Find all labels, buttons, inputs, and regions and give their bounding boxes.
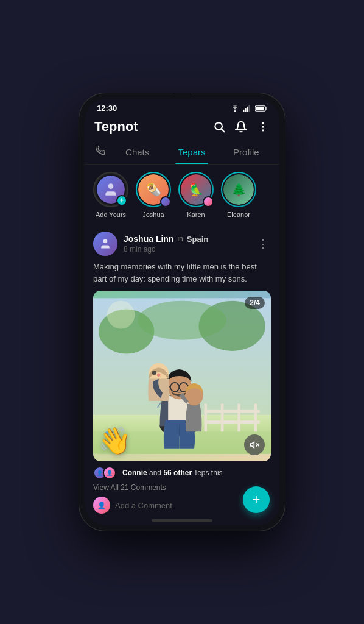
phone-screen: 12:30 xyxy=(85,99,279,525)
svg-point-35 xyxy=(157,373,160,376)
karen-label: Karen xyxy=(187,211,205,218)
header-icons xyxy=(212,120,270,133)
post-image: 2/4 xyxy=(93,291,271,461)
eleanor-ring[interactable]: 🌲 xyxy=(221,172,256,207)
svg-point-10 xyxy=(262,126,264,127)
add-story-button[interactable]: + xyxy=(116,195,127,206)
stories-row: + Add Yours 🌯 Joshua xyxy=(85,165,279,225)
svg-rect-23 xyxy=(254,404,257,432)
battery-icon xyxy=(255,105,267,112)
bell-button[interactable] xyxy=(234,120,248,133)
phone-frame: 12:30 xyxy=(79,93,285,531)
eleanor-label: Eleanor xyxy=(227,211,250,218)
svg-rect-21 xyxy=(221,404,224,432)
joshua-small-avatar xyxy=(160,196,171,207)
comment-placeholder[interactable]: Add a Comment xyxy=(115,501,172,510)
notch xyxy=(173,93,191,99)
status-bar: 12:30 xyxy=(85,99,279,115)
svg-point-34 xyxy=(152,370,156,375)
wave-reaction[interactable]: 👋 xyxy=(98,420,131,456)
svg-rect-3 xyxy=(248,105,250,112)
status-icons xyxy=(230,105,267,112)
tabs-bar: Chats Tepars Profile xyxy=(85,140,279,165)
svg-rect-1 xyxy=(245,108,247,112)
app-title: Tepnot xyxy=(94,119,138,135)
svg-point-37 xyxy=(107,301,135,329)
status-time: 12:30 xyxy=(97,104,117,113)
reactions-row: 👤 👤 Connie and 56 other Teps this xyxy=(93,466,271,480)
comments-link[interactable]: View All 21 Comments xyxy=(93,483,271,492)
story-joshua[interactable]: 🌯 Joshua xyxy=(136,172,171,218)
add-yours-label: Add Yours xyxy=(96,211,126,218)
comment-avatar: 👤 xyxy=(93,497,110,514)
svg-line-8 xyxy=(222,129,225,132)
app-header: Tepnot xyxy=(85,115,279,140)
reaction-avatars: 👤 👤 xyxy=(93,466,113,480)
signal-icon xyxy=(243,105,252,112)
story-karen[interactable]: 🦜 Karen xyxy=(178,172,214,218)
karen-small-avatar xyxy=(203,196,214,207)
reaction-avatar-2: 👤 xyxy=(103,466,116,480)
phone-tab-icon[interactable] xyxy=(91,140,110,164)
post-more-button[interactable]: ⋮ xyxy=(255,235,271,253)
svg-rect-5 xyxy=(265,107,267,109)
main-content: + Add Yours 🌯 Joshua xyxy=(85,165,279,516)
svg-point-12 xyxy=(108,183,114,189)
svg-rect-20 xyxy=(205,404,208,432)
reaction-text: Connie and 56 other Teps this xyxy=(122,469,223,477)
post-text: Making memories with my little men is th… xyxy=(93,261,271,285)
eleanor-inner: 🌲 xyxy=(222,173,255,206)
more-button[interactable] xyxy=(256,120,270,133)
svg-point-13 xyxy=(103,239,108,244)
bottom-bar xyxy=(152,519,212,522)
wifi-icon xyxy=(230,105,240,112)
svg-point-9 xyxy=(262,122,264,124)
svg-rect-2 xyxy=(247,106,248,112)
svg-marker-38 xyxy=(250,442,254,447)
svg-rect-6 xyxy=(256,107,264,110)
post-author-name: Joshua Linn in Spain xyxy=(124,234,249,244)
post-header: Joshua Linn in Spain 8 min ago ⋮ xyxy=(93,232,271,256)
svg-rect-25 xyxy=(205,420,260,424)
tab-tepars[interactable]: Tepars xyxy=(164,141,219,163)
joshua-ring[interactable]: 🌯 xyxy=(136,172,171,207)
tab-profile[interactable]: Profile xyxy=(219,141,273,163)
mute-button[interactable] xyxy=(244,434,265,455)
tab-chats[interactable]: Chats xyxy=(110,141,164,163)
svg-point-11 xyxy=(262,129,264,131)
svg-rect-24 xyxy=(205,410,260,413)
add-yours-ring[interactable]: + xyxy=(93,172,128,207)
joshua-label: Joshua xyxy=(142,211,164,218)
story-add-yours[interactable]: + Add Yours xyxy=(93,172,128,218)
karen-ring[interactable]: 🦜 xyxy=(178,172,214,207)
eleanor-avatar: 🌲 xyxy=(223,174,254,205)
fab-button[interactable]: + xyxy=(243,486,270,513)
story-eleanor[interactable]: 🌲 Eleanor xyxy=(221,172,256,218)
image-counter: 2/4 xyxy=(245,297,265,309)
svg-rect-22 xyxy=(237,404,240,432)
svg-rect-0 xyxy=(243,109,245,112)
svg-point-17 xyxy=(138,301,226,340)
search-button[interactable] xyxy=(212,120,226,133)
post-container: Joshua Linn in Spain 8 min ago ⋮ Making … xyxy=(85,225,279,461)
post-author-avatar xyxy=(93,232,117,256)
wave-emoji-icon: 👋 xyxy=(98,425,131,456)
post-author-info: Joshua Linn in Spain 8 min ago xyxy=(124,234,249,254)
post-time: 8 min ago xyxy=(124,245,249,254)
